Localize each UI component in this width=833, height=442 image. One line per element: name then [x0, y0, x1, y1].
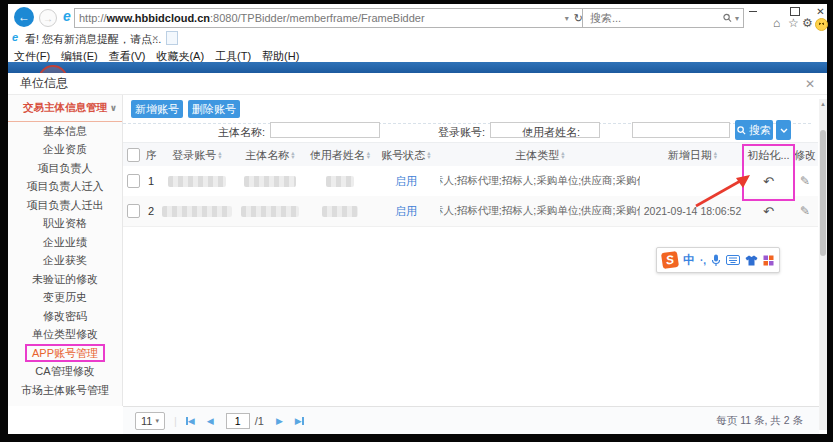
delete-account-button[interactable]: 删除账号: [188, 100, 240, 118]
punctuation-icon[interactable]: ·,: [700, 255, 706, 266]
sidebar-item-enterprise-performance[interactable]: 企业业绩: [8, 233, 122, 252]
page-number-input[interactable]: [226, 413, 250, 429]
menu-bar: 文件(F) 编辑(E) 查看(V) 收藏夹(A) 工具(T) 帮助(H): [14, 49, 299, 62]
col-edit: 修改: [792, 148, 818, 163]
redacted-subject-name: [244, 176, 296, 187]
vertical-scrollbar[interactable]: ▴: [819, 99, 827, 430]
col-create-date[interactable]: 新增日期▴▾: [640, 148, 745, 163]
last-page-button[interactable]: ▶: [295, 416, 304, 426]
sidebar-item-change-history[interactable]: 变更历史: [8, 289, 122, 308]
sidebar-group-trade-subject[interactable]: 交易主体信息管理 ∨: [8, 95, 122, 122]
search-icon[interactable]: [723, 13, 732, 23]
sort-icon: ▴▾: [291, 151, 294, 160]
sidebar-item-enterprise-awards[interactable]: 企业获奖: [8, 252, 122, 271]
sidebar-item-basic-info[interactable]: 基本信息: [8, 122, 122, 141]
cell-seq: 1: [140, 175, 162, 187]
tab-close-icon[interactable]: ×: [152, 32, 158, 44]
col-user-name[interactable]: 使用者姓名▴▾: [308, 148, 372, 163]
search-box[interactable]: ▾: [582, 8, 744, 28]
forward-button[interactable]: →: [39, 9, 57, 27]
close-window-button[interactable]: ✕: [813, 5, 828, 18]
sidebar-item-professional-qualification[interactable]: 职业资格: [8, 215, 122, 234]
sort-icon: ▴▾: [427, 151, 430, 160]
tab-favicon: e: [12, 31, 18, 43]
back-button[interactable]: ←: [14, 7, 34, 27]
col-login-account[interactable]: 登录账号▴▾: [162, 148, 232, 163]
col-seq: 序: [140, 148, 162, 163]
caret-down-icon: ▾: [155, 417, 159, 425]
sidebar-item-unverified-changes[interactable]: 未验证的修改: [8, 270, 122, 289]
prev-page-button[interactable]: ◀: [207, 416, 214, 426]
sidebar-item-market-subject-account[interactable]: 市场主体账号管理: [8, 381, 122, 400]
page-size-select[interactable]: 11 ▾: [135, 412, 165, 430]
panel-header: 单位信息 ✕: [8, 73, 827, 95]
search-button[interactable]: 搜索: [735, 120, 773, 140]
sort-icon: ▴▾: [367, 151, 370, 160]
skin-shirt-icon[interactable]: [745, 255, 758, 266]
redacted-user-name: [326, 176, 354, 187]
col-account-status[interactable]: 账号状态▴▾: [372, 148, 440, 163]
screenshot-canvas: ← → e http://www.hbbidcloud.cn:8080/TPBi…: [0, 0, 833, 442]
menu-help[interactable]: 帮助(H): [262, 49, 299, 62]
ie-page-icon: e: [63, 8, 71, 24]
search-caret-icon[interactable]: ▾: [735, 14, 739, 23]
sidebar-item-change-password[interactable]: 修改密码: [8, 307, 122, 326]
menu-file[interactable]: 文件(F): [14, 49, 50, 62]
main-content: 新增账号 删除账号 主体名称: 登录账号: 使用者姓名: 搜索 序 登录账号▴▾…: [123, 95, 819, 406]
tab-message-reminder[interactable]: 看! 您有新消息提醒，请点...: [25, 32, 150, 47]
browser-search-input[interactable]: [587, 10, 723, 26]
toolbox-grid-icon[interactable]: [763, 255, 774, 266]
menu-tools[interactable]: 工具(T): [215, 49, 251, 62]
browser-toolbar: ← → e http://www.hbbidcloud.cn:8080/TPBi…: [8, 4, 827, 30]
sidebar-item-project-manager[interactable]: 项目负责人: [8, 159, 122, 178]
add-account-button[interactable]: 新增账号: [131, 100, 183, 118]
search-icon: [737, 126, 746, 135]
pagination-bar: 11 ▾ | ◀ ◀ /1 ▶ ▶ 每页 11 条, 共 2 条: [123, 406, 819, 434]
sidebar-item-ca-management[interactable]: CA管理修改: [8, 363, 122, 382]
sidebar-item-project-manager-out[interactable]: 项目负责人迁出: [8, 196, 122, 215]
subject-name-input[interactable]: [270, 122, 380, 138]
chevron-down-icon: [780, 128, 788, 133]
home-icon[interactable]: ⌂: [773, 17, 780, 29]
sidebar-item-unit-type-change[interactable]: 单位类型修改: [8, 326, 122, 345]
row-checkbox[interactable]: [127, 204, 140, 218]
first-page-button[interactable]: ◀: [186, 416, 195, 426]
user-name-input[interactable]: [632, 122, 730, 138]
total-pages-label: /1: [255, 415, 264, 427]
forward-icon: →: [43, 13, 53, 24]
redacted-user-name: [322, 206, 358, 217]
url-text: http://www.hbbidcloud.cn:8080/TPBidder/m…: [79, 12, 425, 24]
address-bar[interactable]: http://www.hbbidcloud.cn:8080/TPBidder/m…: [74, 8, 588, 28]
sidebar-item-enterprise-qualification[interactable]: 企业资质: [8, 141, 122, 160]
next-page-button[interactable]: ▶: [276, 416, 283, 426]
annotation-red-arrow: [680, 162, 770, 214]
keyboard-icon[interactable]: [726, 255, 740, 265]
settings-gear-icon[interactable]: ⚙: [802, 17, 813, 29]
status-badge: 启用: [372, 174, 440, 189]
col-subject-name[interactable]: 主体名称▴▾: [232, 148, 308, 163]
col-subject-type[interactable]: 主体类型▴▾: [440, 148, 640, 163]
edit-pencil-icon[interactable]: ✎: [792, 174, 818, 188]
microphone-icon[interactable]: [711, 254, 721, 267]
panel-close-icon[interactable]: ✕: [805, 77, 815, 91]
new-tab-button[interactable]: [166, 31, 178, 45]
chinese-mode-icon[interactable]: 中: [683, 252, 695, 269]
sidebar-item-app-account-management[interactable]: APP账号管理: [8, 344, 122, 363]
sogou-logo-icon[interactable]: S: [661, 251, 679, 269]
menu-view[interactable]: 查看(V): [109, 49, 146, 62]
scrollbar-thumb[interactable]: [820, 130, 826, 256]
cell-subject-type: 投标人;招标代理;招标人;采购单位;供应商;采购代理: [440, 174, 640, 188]
menu-favorites[interactable]: 收藏夹(A): [156, 49, 204, 62]
row-checkbox[interactable]: [127, 174, 140, 188]
record-summary: 每页 11 条, 共 2 条: [716, 414, 803, 428]
sidebar-item-project-manager-in[interactable]: 项目负责人迁入: [8, 178, 122, 197]
select-all-checkbox[interactable]: [127, 148, 140, 162]
minimize-button[interactable]: [745, 5, 760, 18]
scroll-up-icon[interactable]: ▴: [819, 99, 827, 108]
menu-edit[interactable]: 编辑(E): [61, 49, 98, 62]
autocomplete-caret-icon[interactable]: ▾: [565, 14, 569, 23]
favorites-star-icon[interactable]: ☆: [788, 17, 799, 29]
search-dropdown-button[interactable]: [776, 120, 791, 140]
close-icon: ✕: [816, 6, 824, 17]
edit-pencil-icon[interactable]: ✎: [792, 204, 818, 218]
